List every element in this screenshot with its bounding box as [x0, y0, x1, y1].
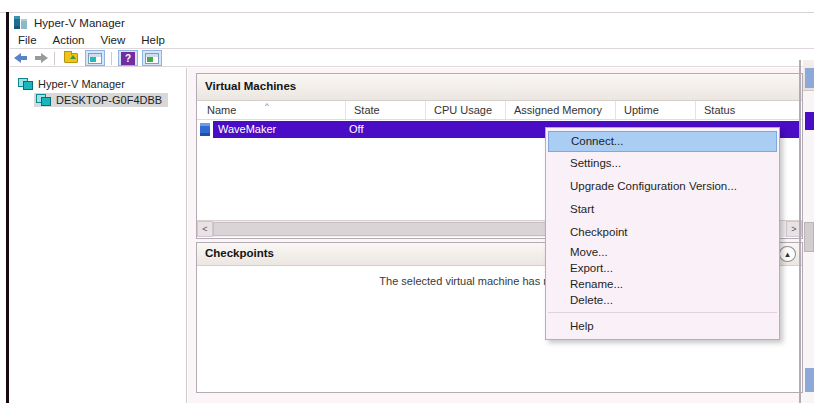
hyperv-node-icon: [18, 78, 33, 90]
forward-arrow-icon[interactable]: [33, 53, 48, 64]
actions-pane-scroll-fragment: [804, 222, 814, 252]
toolbar-separator: [54, 52, 55, 65]
context-menu-item-move[interactable]: Move...: [546, 244, 779, 260]
menu-bar: File Action View Help: [10, 32, 814, 49]
actions-pane-item-fragment: [805, 68, 814, 88]
export-folder-icon[interactable]: [61, 50, 81, 66]
context-menu-item-connect[interactable]: Connect...: [548, 131, 777, 152]
tree-host-label: DESKTOP-G0F4DBB: [56, 94, 162, 106]
context-menu-item-delete[interactable]: Delete...: [546, 292, 779, 308]
toolbar: ?: [10, 50, 814, 67]
right-pane-border: [799, 60, 801, 403]
hyperv-manager-window: Hyper-V Manager File Action View Help ? …: [0, 0, 814, 403]
vm-context-menu: Connect... Settings... Upgrade Configura…: [545, 127, 780, 340]
console-tree-panel: Hyper-V Manager DESKTOP-G0F4DBB: [10, 68, 187, 403]
hyperv-manager-icon: [14, 16, 28, 29]
help-icon[interactable]: ?: [118, 50, 138, 66]
menu-file[interactable]: File: [10, 33, 45, 47]
vm-server-icon: [200, 123, 210, 136]
column-header-cpu-usage[interactable]: CPU Usage: [426, 101, 506, 119]
column-header-uptime[interactable]: Uptime: [616, 101, 696, 119]
context-menu-item-help[interactable]: Help: [546, 317, 779, 336]
actions-pane-fragment: [803, 60, 814, 403]
checkpoints-title: Checkpoints: [205, 247, 274, 259]
tree-item-host[interactable]: DESKTOP-G0F4DBB: [34, 93, 168, 107]
vm-state: Off: [349, 123, 363, 135]
window-title: Hyper-V Manager: [34, 17, 125, 29]
actions-pane-selected-fragment: [805, 112, 814, 130]
context-menu-item-rename[interactable]: Rename...: [546, 276, 779, 292]
scroll-left-button[interactable]: <: [197, 221, 213, 237]
virtual-machines-header: Virtual Machines: [197, 74, 802, 101]
toolbar-separator-2: [111, 52, 112, 65]
sort-ascending-icon: ^: [265, 101, 269, 110]
column-header-name[interactable]: Name: [197, 101, 346, 119]
column-header-status[interactable]: Status: [696, 101, 802, 119]
back-arrow-icon[interactable]: [14, 53, 29, 64]
context-menu-item-upgrade-configuration[interactable]: Upgrade Configuration Version...: [546, 175, 779, 198]
new-window-icon[interactable]: [142, 50, 162, 66]
menu-view[interactable]: View: [93, 33, 134, 47]
tree-root-label: Hyper-V Manager: [38, 78, 125, 90]
context-menu-item-export[interactable]: Export...: [546, 260, 779, 276]
context-menu-item-settings[interactable]: Settings...: [546, 152, 779, 175]
console-window-icon[interactable]: [85, 50, 105, 66]
context-menu-separator: [548, 312, 777, 313]
menu-action[interactable]: Action: [45, 33, 93, 47]
column-header-state[interactable]: State: [346, 101, 426, 119]
column-header-assigned-memory[interactable]: Assigned Memory: [506, 101, 616, 119]
context-menu-item-checkpoint[interactable]: Checkpoint: [546, 221, 779, 244]
collapse-pane-button[interactable]: ▴: [779, 246, 796, 262]
context-menu-item-start[interactable]: Start: [546, 198, 779, 221]
window-left-border: [6, 12, 9, 403]
actions-pane-item-fragment-2: [805, 368, 814, 392]
vm-table-header-row: ^ Name State CPU Usage Assigned Memory U…: [197, 101, 802, 120]
title-bar: Hyper-V Manager: [10, 13, 814, 32]
vm-name: WaveMaker: [218, 123, 276, 135]
host-node-icon: [36, 94, 51, 106]
menu-help[interactable]: Help: [133, 33, 173, 47]
tree-item-hyperv-manager[interactable]: Hyper-V Manager: [16, 77, 127, 91]
